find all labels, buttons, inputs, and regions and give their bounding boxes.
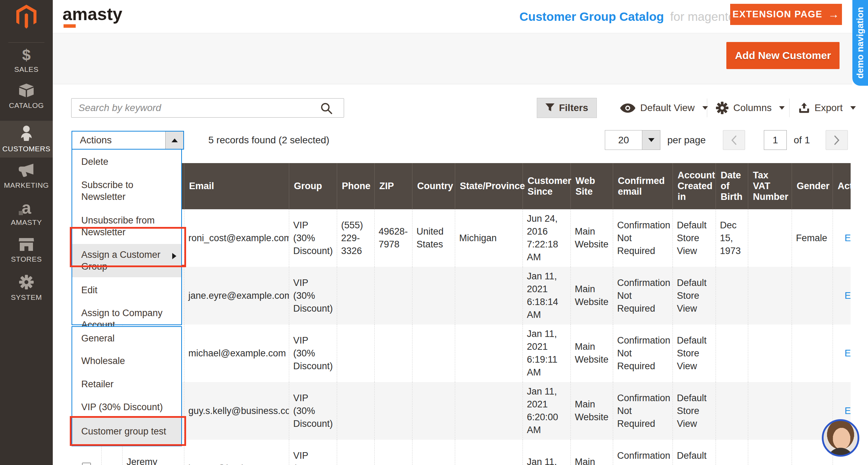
- cell-web-site: Main Website: [570, 209, 613, 267]
- column-header-phone[interactable]: Phone: [337, 163, 374, 209]
- customers-table: EmailGroupPhoneZIPCountryState/ProvinceC…: [72, 163, 851, 465]
- search-input[interactable]: [71, 98, 344, 118]
- sidebar-item-label: MARKETING: [4, 181, 49, 189]
- column-header-date-of-birth[interactable]: Date of Birth: [716, 163, 748, 209]
- cell-tax-vat-number: [748, 382, 792, 440]
- column-header-tax-vat-number[interactable]: Tax VAT Number: [748, 163, 792, 209]
- cell-date-of-birth: [716, 267, 748, 324]
- column-header-email[interactable]: Email: [184, 163, 289, 209]
- menu-item-subscribe-to-newsletter[interactable]: Subscribe to Newsletter: [72, 173, 181, 209]
- sidebar-item-label: CUSTOMERS: [2, 145, 50, 153]
- cell-tax-vat-number: [748, 209, 792, 267]
- extension-page-button[interactable]: EXTENSION PAGE →: [730, 4, 842, 25]
- cell-account-created-in: Default Store View: [673, 209, 716, 267]
- cell-date-of-birth: [716, 382, 748, 440]
- submenu-item-customer-group-test[interactable]: Customer group test: [72, 418, 181, 446]
- cell-action: Edit: [833, 267, 851, 324]
- page-title: Customer Group Catalog: [519, 10, 664, 24]
- table-row: jane.eyre@example.comVIP (30% Discount)J…: [72, 267, 851, 324]
- sidebar-item-label: SYSTEM: [11, 293, 42, 302]
- amasty-logo[interactable]: amasty: [62, 4, 122, 24]
- chevron-down-icon: [648, 138, 654, 142]
- export-selector[interactable]: Export: [799, 98, 856, 118]
- sidebar-item-system[interactable]: SYSTEM: [0, 271, 53, 305]
- eye-icon: [620, 103, 635, 113]
- sidebar-item-stores[interactable]: STORES: [0, 233, 53, 268]
- submenu-item-wholesale[interactable]: Wholesale: [72, 350, 181, 372]
- column-header-confirmed-email[interactable]: Confirmed email: [613, 163, 673, 209]
- edit-link[interactable]: Edit: [845, 290, 851, 301]
- cell-phone: [337, 324, 374, 382]
- cell-group: VIP (30% Discount): [289, 324, 337, 382]
- submenu-item-vip-30-discount[interactable]: VIP (30% Discount): [72, 395, 181, 418]
- cell-country: [412, 440, 455, 465]
- cell-email: jane.eyre@example.com: [184, 267, 289, 324]
- per-page-label: per page: [667, 130, 706, 150]
- table-header-row: EmailGroupPhoneZIPCountryState/ProvinceC…: [72, 163, 851, 209]
- next-page-button[interactable]: [826, 130, 848, 150]
- table-row: roni_cost@example.comVIP (30% Discount)(…: [72, 209, 851, 267]
- sidebar-item-customers[interactable]: CUSTOMERS: [0, 121, 53, 158]
- menu-item-edit[interactable]: Edit: [72, 277, 181, 301]
- column-header-state-province[interactable]: State/Province: [455, 163, 523, 209]
- demo-navigation-tab[interactable]: demo navigation: [852, 0, 868, 86]
- cell-email: guy.s.kelly@business.com: [184, 382, 289, 440]
- edit-link[interactable]: Edit: [845, 463, 851, 465]
- cell-email: jeremy@business.com: [184, 440, 289, 465]
- sidebar-item-marketing[interactable]: MARKETING: [0, 159, 53, 194]
- cell-zip: [374, 324, 412, 382]
- per-page-toggle[interactable]: [642, 130, 660, 150]
- submenu-item-general[interactable]: General: [72, 327, 181, 350]
- cell-zip: [374, 440, 412, 465]
- amasty-a-icon: a: [22, 200, 31, 216]
- per-page-select[interactable]: 20: [605, 130, 660, 150]
- column-header-group[interactable]: Group: [289, 163, 337, 209]
- sidebar-item-label: STORES: [11, 255, 42, 263]
- cell-gender: [792, 324, 833, 382]
- menu-item-delete[interactable]: Delete: [72, 150, 181, 173]
- previous-page-button[interactable]: [723, 130, 745, 150]
- customer-grid-page: $SALESCATALOGCUSTOMERSMARKETINGaAMASTYST…: [0, 0, 868, 465]
- magento-logo-icon[interactable]: [0, 0, 53, 33]
- row-checkbox[interactable]: [82, 463, 91, 465]
- view-selector[interactable]: Default View: [620, 98, 708, 118]
- cell-customer-since: Jun 24, 2016 7:22:18 AM: [523, 209, 570, 267]
- actions-dropdown-toggle[interactable]: [165, 132, 183, 149]
- column-header-country[interactable]: Country: [412, 163, 455, 209]
- edit-link[interactable]: Edit: [845, 233, 851, 243]
- filters-button[interactable]: Filters: [537, 98, 597, 118]
- edit-link[interactable]: Edit: [845, 348, 851, 358]
- actions-dropdown[interactable]: Actions: [72, 131, 184, 150]
- column-header-action[interactable]: Action: [833, 163, 851, 209]
- current-page-input[interactable]: [764, 130, 787, 150]
- search-icon[interactable]: [320, 102, 333, 116]
- sidebar-item-sales[interactable]: $SALES: [0, 43, 53, 78]
- cell-confirmed-email: Confirmation Not Required: [613, 324, 673, 382]
- menu-item-assign-a-customer-group[interactable]: Assign a Customer Group: [72, 244, 181, 277]
- column-header-gender[interactable]: Gender: [792, 163, 833, 209]
- gear-icon: [19, 275, 34, 289]
- sidebar-item-catalog[interactable]: CATALOG: [0, 79, 53, 114]
- columns-selector[interactable]: Columns: [716, 98, 785, 118]
- cell-group: VIP (30% Discount): [289, 440, 337, 465]
- column-header-account-created-in[interactable]: Account Created in: [673, 163, 716, 209]
- actions-menu: DeleteSubscribe to NewsletterUnsubscribe…: [72, 149, 182, 325]
- cell-tax-vat-number: [748, 324, 792, 382]
- cell-gender: Female: [792, 209, 833, 267]
- sidebar-item-amasty[interactable]: aAMASTY: [0, 196, 53, 230]
- column-header-web-site[interactable]: Web Site: [570, 163, 613, 209]
- column-header-zip[interactable]: ZIP: [374, 163, 412, 209]
- cell-state-province: [455, 267, 523, 324]
- column-header-customer-since[interactable]: Customer Since: [523, 163, 570, 209]
- sidebar-item-label: CATALOG: [9, 101, 44, 110]
- edit-link[interactable]: Edit: [845, 406, 851, 416]
- cell-date-of-birth: [716, 324, 748, 382]
- toolbar-divider: [789, 99, 790, 117]
- cell-account-created-in: Default Store View: [673, 382, 716, 440]
- right-arrow-icon: →: [828, 8, 840, 21]
- cell-account-created-in: Default Store View: [673, 324, 716, 382]
- menu-item-unsubscribe-from-newsletter[interactable]: Unsubscribe from Newsletter: [72, 209, 181, 244]
- submenu-item-retailer[interactable]: Retailer: [72, 372, 181, 395]
- add-new-customer-button[interactable]: Add New Customer: [726, 42, 840, 69]
- support-avatar[interactable]: [822, 419, 859, 457]
